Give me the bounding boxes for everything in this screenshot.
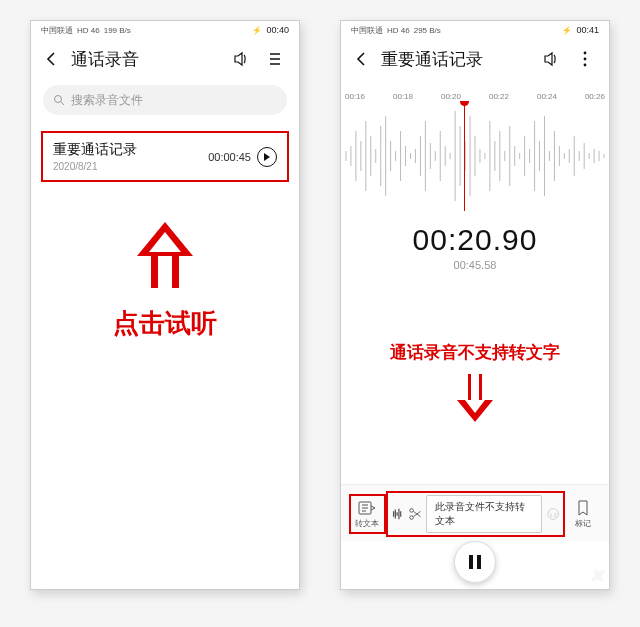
bookmark-icon	[576, 500, 590, 516]
annotation-arrow-up: 点击试听	[31, 222, 299, 341]
speaker-icon[interactable]	[539, 47, 563, 71]
recording-date: 2020/8/21	[53, 161, 137, 172]
page-title: 重要通话记录	[381, 48, 529, 71]
annotation-text: 通话录音不支持转文字	[341, 341, 609, 364]
svg-point-0	[55, 96, 62, 103]
ruler-tick: 00:22	[489, 92, 509, 101]
ruler-tick: 00:16	[345, 92, 365, 101]
svg-point-58	[410, 509, 414, 513]
annotation-text: 点击试听	[113, 306, 217, 341]
status-bar: 中国联通 HD 46 295 B/s ⚡ 00:41	[341, 21, 609, 39]
time-ruler: 00:16 00:18 00:20 00:22 00:24 00:26	[341, 79, 609, 101]
recording-list-item[interactable]: 重要通话记录 2020/8/21 00:00:45	[41, 131, 289, 182]
pause-button[interactable]	[454, 541, 496, 583]
play-button[interactable]	[257, 147, 277, 167]
bookmark-button[interactable]: 标记	[565, 494, 601, 534]
current-time: 00:20.90	[341, 223, 609, 257]
scissors-icon	[408, 506, 422, 522]
ruler-tick: 00:26	[585, 92, 605, 101]
phone-right: 中国联通 HD 46 295 B/s ⚡ 00:41 重要通话记录 00:16 …	[340, 20, 610, 590]
annotation-arrow-down	[457, 374, 493, 422]
ruler-tick: 00:18	[393, 92, 413, 101]
recording-name: 重要通话记录	[53, 141, 137, 159]
toast-message: 此录音文件不支持转文本	[426, 495, 542, 533]
ruler-tick: 00:24	[537, 92, 557, 101]
search-icon	[53, 94, 65, 106]
search-input[interactable]: 搜索录音文件	[43, 85, 287, 115]
clock-label: 00:40	[266, 25, 289, 35]
more-icon[interactable]	[573, 47, 597, 71]
svg-point-2	[584, 58, 587, 61]
svg-text:1.0: 1.0	[550, 512, 557, 518]
pause-icon	[469, 555, 481, 569]
waveform-svg	[341, 101, 609, 211]
svg-point-3	[584, 64, 587, 67]
svg-point-1	[584, 52, 587, 55]
battery-icon: ⚡	[562, 26, 572, 35]
transcribe-label: 转文本	[355, 518, 379, 529]
app-bar: 通话录音	[31, 39, 299, 79]
watermark: ✕	[589, 565, 603, 587]
status-bar: 中国联通 HD 46 199 B/s ⚡ 00:40	[31, 21, 299, 39]
bookmark-label: 标记	[575, 518, 591, 529]
carrier-label: 中国联通	[41, 25, 73, 36]
list-icon[interactable]	[263, 47, 287, 71]
network-label: HD 46	[387, 26, 410, 35]
player-toolbar: 转文本 此录音文件不支持转文本 1.0 标记	[341, 484, 609, 541]
search-placeholder: 搜索录音文件	[71, 92, 143, 109]
speed-label: 295 B/s	[414, 26, 441, 35]
playhead-indicator[interactable]	[464, 101, 465, 211]
waveform-display[interactable]	[341, 101, 609, 211]
app-bar: 重要通话记录	[341, 39, 609, 79]
speed-icon: 1.0	[546, 506, 560, 522]
network-label: HD 46	[77, 26, 100, 35]
time-display: 00:20.90 00:45.58	[341, 223, 609, 271]
equalizer-icon	[390, 506, 404, 522]
recording-duration: 00:00:45	[208, 151, 251, 163]
speaker-icon[interactable]	[229, 47, 253, 71]
carrier-label: 中国联通	[351, 25, 383, 36]
toast-highlight: 此录音文件不支持转文本 1.0	[386, 491, 565, 537]
svg-point-59	[410, 516, 414, 520]
phone-left: 中国联通 HD 46 199 B/s ⚡ 00:40 通话录音 搜索录音文件 重…	[30, 20, 300, 590]
page-title: 通话录音	[71, 48, 219, 71]
speed-label: 199 B/s	[104, 26, 131, 35]
play-icon	[263, 153, 271, 161]
battery-icon: ⚡	[252, 26, 262, 35]
back-button[interactable]	[353, 50, 371, 68]
clock-label: 00:41	[576, 25, 599, 35]
transcribe-icon	[358, 500, 376, 516]
transcribe-button[interactable]: 转文本	[349, 494, 386, 534]
ruler-tick: 00:20	[441, 92, 461, 101]
total-time: 00:45.58	[341, 259, 609, 271]
back-button[interactable]	[43, 50, 61, 68]
